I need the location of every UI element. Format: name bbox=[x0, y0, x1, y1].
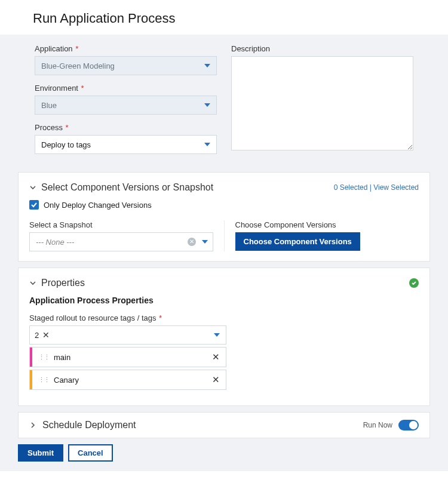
chevron-down-icon bbox=[202, 240, 208, 244]
run-now-toggle[interactable] bbox=[398, 420, 419, 431]
selected-count: 0 Selected bbox=[334, 183, 368, 192]
run-now-label: Run Now bbox=[363, 421, 392, 429]
chevron-right-icon[interactable] bbox=[29, 422, 36, 429]
cancel-button[interactable]: Cancel bbox=[68, 444, 113, 462]
drag-handle-icon[interactable]: ⋮⋮ bbox=[32, 376, 54, 384]
process-select[interactable]: Deploy to tags bbox=[35, 135, 217, 154]
application-select[interactable]: Blue-Green Modeling bbox=[35, 56, 217, 75]
tag-name: Canary bbox=[54, 376, 79, 385]
application-label: Application * bbox=[35, 44, 217, 53]
chevron-down-icon[interactable] bbox=[29, 184, 36, 191]
process-label: Process * bbox=[35, 123, 217, 132]
remove-tag-icon[interactable]: ✕ bbox=[212, 352, 220, 362]
schedule-title: Schedule Deployment bbox=[42, 420, 136, 431]
chevron-down-icon bbox=[204, 103, 210, 107]
tag-item: ⋮⋮ Canary ✕ bbox=[29, 370, 226, 390]
properties-subhead: Application Process Properties bbox=[29, 296, 419, 305]
clear-count-icon[interactable]: ✕ bbox=[42, 330, 50, 340]
staged-label: Staged rollout to resource tags / tags * bbox=[29, 313, 419, 322]
versions-title: Select Component Versions or Snapshot bbox=[41, 182, 213, 193]
chevron-down-icon bbox=[204, 64, 210, 67]
view-selected-link[interactable]: View Selected bbox=[373, 183, 419, 192]
remove-tag-icon[interactable]: ✕ bbox=[212, 374, 220, 385]
choose-versions-label: Choose Component Versions bbox=[235, 220, 419, 229]
page-title: Run Application Process bbox=[33, 11, 424, 26]
environment-select[interactable]: Blue bbox=[35, 96, 217, 115]
chevron-down-icon[interactable] bbox=[29, 279, 36, 287]
chevron-down-icon bbox=[204, 143, 210, 146]
status-ok-icon bbox=[409, 278, 419, 288]
snapshot-select[interactable]: --- None --- ✕ bbox=[29, 232, 213, 251]
tag-name: main bbox=[54, 353, 70, 362]
submit-button[interactable]: Submit bbox=[18, 444, 63, 462]
description-label: Description bbox=[231, 44, 413, 53]
clear-icon[interactable]: ✕ bbox=[188, 238, 196, 246]
versions-panel: Select Component Versions or Snapshot 0 … bbox=[18, 172, 430, 262]
properties-title: Properties bbox=[41, 278, 85, 288]
chevron-down-icon bbox=[214, 333, 220, 337]
snapshot-label: Select a Snapshot bbox=[29, 220, 213, 229]
schedule-panel: Schedule Deployment Run Now bbox=[18, 412, 430, 438]
tag-item: ⋮⋮ main ✕ bbox=[29, 347, 226, 367]
properties-panel: Properties Application Process Propertie… bbox=[18, 268, 430, 406]
staged-tags-select[interactable]: 2 ✕ bbox=[29, 325, 226, 345]
description-textarea[interactable] bbox=[231, 56, 413, 150]
drag-handle-icon[interactable]: ⋮⋮ bbox=[32, 353, 54, 361]
only-changed-label: Only Deploy Changed Versions bbox=[44, 201, 152, 210]
choose-versions-button[interactable]: Choose Component Versions bbox=[235, 232, 360, 251]
only-changed-checkbox[interactable] bbox=[29, 200, 39, 210]
environment-label: Environment * bbox=[35, 84, 217, 93]
